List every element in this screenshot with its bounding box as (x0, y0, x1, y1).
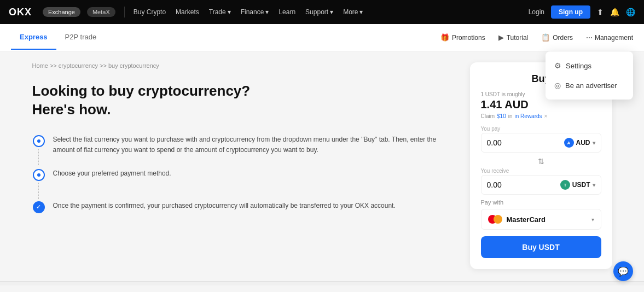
you-receive-label: You receive (481, 168, 601, 174)
payment-method-display: MasterCard (488, 215, 546, 224)
usdt-icon: T (560, 180, 570, 190)
step-3-text: Once the payment is confirmed, your purc… (53, 201, 448, 224)
receive-currency-select[interactable]: T USDT ▾ (560, 180, 595, 190)
step-3-check-icon: ✓ (36, 203, 41, 211)
step-2-indicator (32, 168, 45, 201)
nav-learn[interactable]: Learn (279, 8, 295, 16)
tutorial-label: Tutorial (507, 34, 529, 42)
claim-prefix: Claim (481, 113, 495, 119)
you-pay-label: You pay (481, 126, 601, 132)
payment-method-select[interactable]: MasterCard ▾ (481, 209, 601, 230)
nav-trade[interactable]: Trade ▾ (209, 8, 231, 16)
orders-link[interactable]: 📋 Orders (541, 33, 573, 42)
nav-support[interactable]: Support ▾ (305, 8, 333, 16)
payment-method-label: MasterCard (507, 215, 546, 224)
orders-label: Orders (553, 34, 573, 42)
footer-bar (0, 281, 644, 285)
management-dots-icon: ⋯ (586, 34, 593, 42)
mc-orange-circle (494, 215, 502, 224)
management-dropdown: ⚙ Settings ◎ Be an advertiser (546, 51, 633, 100)
promotions-icon: 🎁 (440, 33, 449, 42)
breadcrumb: Home >> cryptocurrency >> buy cryptocurr… (32, 62, 448, 69)
upload-icon[interactable]: ⬆ (597, 8, 604, 16)
page-title: Looking to buy cryptocurrency? Here's ho… (32, 82, 448, 119)
chat-bubble-button[interactable]: 💬 (613, 261, 633, 281)
logo-area: OKX (9, 7, 32, 18)
sec-tabs: Express P2P trade (11, 25, 105, 50)
tutorial-icon: ▶ (498, 33, 504, 42)
claim-amount[interactable]: $10 (497, 113, 506, 119)
secondary-navigation: Express P2P trade 🎁 Promotions ▶ Tutoria… (0, 24, 644, 51)
claim-in: in (508, 113, 513, 119)
nav-divider (124, 7, 125, 17)
breadcrumb-home[interactable]: Home (32, 62, 48, 69)
step-2-circle (33, 169, 45, 181)
nav-right: Login Sign up ⬆ 🔔 🌐 (529, 5, 635, 19)
step-1-circle (33, 135, 45, 147)
claim-rewards-link[interactable]: in Rewards (515, 113, 542, 119)
tab-express[interactable]: Express (11, 25, 56, 50)
login-button[interactable]: Login (529, 8, 544, 16)
notification-icon[interactable]: 🔔 (610, 8, 619, 16)
step-1-line (38, 149, 39, 165)
step-1-dot (37, 139, 40, 143)
step-2-dot (37, 173, 40, 177)
you-pay-input-row[interactable]: 0.00 A AUD ▾ (481, 133, 601, 153)
main-content: Home >> cryptocurrency >> buy cryptocurr… (21, 51, 623, 281)
nav-finance[interactable]: Finance ▾ (241, 8, 269, 16)
promotions-label: Promotions (452, 34, 485, 42)
logo: OKX (9, 7, 32, 18)
settings-item[interactable]: ⚙ Settings (546, 56, 633, 75)
step-3-indicator: ✓ (32, 201, 45, 213)
advertiser-item[interactable]: ◎ Be an advertiser (546, 75, 633, 95)
advertiser-label: Be an advertiser (565, 81, 617, 90)
pay-currency-label: AUD (576, 139, 590, 147)
payment-chevron: ▾ (591, 217, 594, 223)
step-1: Select the fiat currency you want to pur… (32, 135, 448, 168)
breadcrumb-sep2: >> (100, 62, 108, 69)
buy-button[interactable]: Buy USDT (481, 236, 601, 258)
breadcrumb-crypto[interactable]: cryptocurrency (59, 62, 98, 69)
breadcrumb-buy[interactable]: buy cryptocurrency (108, 62, 159, 69)
top-navigation: OKX Exchange MetaX Buy Crypto Markets Tr… (0, 0, 644, 24)
pay-currency-chevron: ▾ (593, 140, 595, 146)
signup-button[interactable]: Sign up (551, 5, 590, 19)
breadcrumb-sep1: >> (50, 62, 59, 69)
settings-label: Settings (566, 62, 591, 70)
you-receive-group: You receive 0.00 T USDT ▾ (481, 168, 601, 195)
you-receive-input-row[interactable]: 0.00 T USDT ▾ (481, 175, 601, 195)
nav-more[interactable]: More ▾ (343, 8, 363, 16)
step-1-indicator (32, 135, 45, 167)
aud-flag: A (564, 138, 574, 148)
receive-currency-chevron: ▾ (593, 182, 595, 188)
tab-p2p[interactable]: P2P trade (56, 25, 106, 50)
promotions-link[interactable]: 🎁 Promotions (440, 33, 485, 42)
step-1-text: Select the fiat currency you want to pur… (53, 135, 448, 168)
mastercard-icon (488, 215, 502, 224)
step-2: Choose your preferred payment method. (32, 168, 448, 201)
management-link[interactable]: ⋯ Management (586, 34, 633, 42)
you-pay-value[interactable]: 0.00 (487, 138, 502, 147)
tutorial-link[interactable]: ▶ Tutorial (498, 33, 529, 42)
claim-close-button[interactable]: × (544, 113, 548, 119)
step-2-text: Choose your preferred payment method. (53, 168, 448, 192)
rate-value: 1.41 AUD (481, 98, 601, 111)
nav-markets[interactable]: Markets (176, 8, 199, 16)
step-3: ✓ Once the payment is confirmed, your pu… (32, 201, 448, 224)
chat-icon: 💬 (618, 266, 629, 277)
claim-rewards-line: Claim $10 in in Rewards × (481, 113, 601, 119)
you-receive-value[interactable]: 0.00 (487, 180, 502, 189)
exchange-tab[interactable]: Exchange (43, 7, 80, 17)
settings-icon: ⚙ (554, 61, 561, 70)
advertiser-icon: ◎ (554, 81, 561, 90)
nav-buy-crypto[interactable]: Buy Crypto (134, 8, 166, 16)
sec-right-items: 🎁 Promotions ▶ Tutorial 📋 Orders ⋯ Manag… (440, 33, 633, 42)
you-pay-group: You pay 0.00 A AUD ▾ (481, 126, 601, 153)
management-label: Management (595, 34, 633, 42)
orders-icon: 📋 (541, 33, 550, 42)
swap-icon: ⇅ (538, 157, 544, 166)
globe-icon[interactable]: 🌐 (626, 8, 635, 16)
metax-tab[interactable]: MetaX (87, 7, 115, 17)
pay-currency-select[interactable]: A AUD ▾ (564, 138, 595, 148)
steps-container: Select the fiat currency you want to pur… (32, 135, 448, 225)
